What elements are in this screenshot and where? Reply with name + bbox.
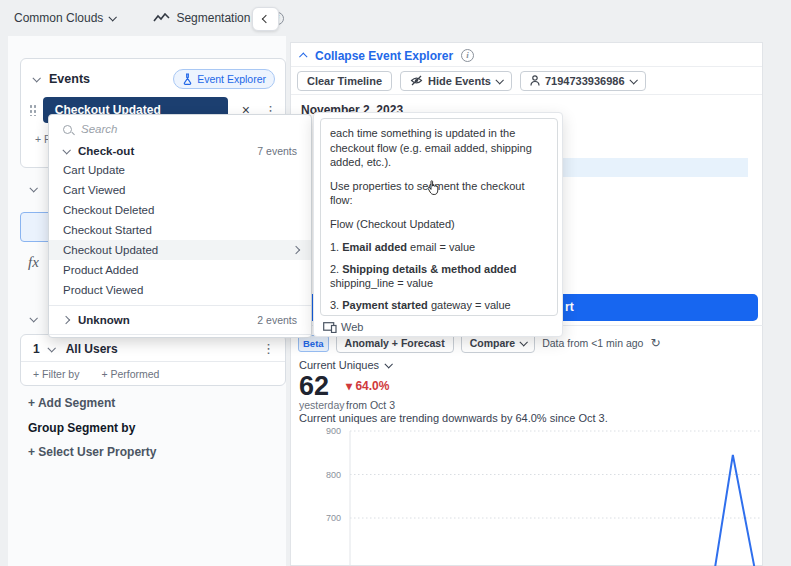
platform-label: Web xyxy=(341,321,363,333)
group-segment-by-label: Group Segment by xyxy=(28,421,135,435)
change-percent: 64.0% xyxy=(355,379,389,393)
dropdown-item[interactable]: Cart Update xyxy=(49,160,311,180)
trend-summary: Current uniques are trending downwards b… xyxy=(299,412,608,424)
user-icon xyxy=(530,75,540,86)
clear-timeline-button[interactable]: Clear Timeline xyxy=(297,71,392,91)
view-name: Segmentation xyxy=(176,11,250,25)
collapse-caret-icon xyxy=(299,52,307,60)
dropdown-item[interactable]: Product Added xyxy=(49,260,311,280)
group-count: 2 events xyxy=(257,314,297,326)
chevron-down-icon xyxy=(109,13,117,21)
event-description-text: each time something is updated in the ch… xyxy=(320,118,558,316)
metric-value: 62 xyxy=(299,371,329,402)
top-toolbar: Common Clouds Segmentation i xyxy=(0,0,791,36)
divider xyxy=(49,334,311,335)
chevron-right-icon xyxy=(62,315,70,323)
search-input[interactable] xyxy=(81,123,281,135)
flask-icon xyxy=(182,73,193,85)
view-switcher[interactable]: Segmentation xyxy=(153,11,262,25)
add-segment-link[interactable]: + Add Segment xyxy=(28,396,115,410)
description-paragraph: Flow (Checkout Updated) xyxy=(330,217,548,232)
formula-fx-icon[interactable]: fx xyxy=(28,254,39,271)
group-label: Unknown xyxy=(78,314,130,326)
dropdown-item[interactable]: Product Viewed xyxy=(49,280,311,300)
event-explorer-button[interactable]: Event Explorer xyxy=(173,69,275,89)
chevron-right-icon xyxy=(292,246,300,254)
section-collapse-icon[interactable] xyxy=(29,184,37,192)
event-description-popover: each time something is updated in the ch… xyxy=(313,112,563,337)
cursor-pointer-icon xyxy=(427,180,440,196)
panel-collapse-button[interactable] xyxy=(252,7,279,31)
metric-name: Current Uniques xyxy=(299,359,379,371)
line-chart-icon xyxy=(153,13,170,24)
dropdown-item-selected[interactable]: Checkout Updated xyxy=(49,240,311,260)
select-user-property-link[interactable]: + Select User Property xyxy=(28,445,156,459)
page-gutter xyxy=(763,36,791,566)
hide-events-label: Hide Events xyxy=(428,75,491,87)
compare-label: Compare xyxy=(470,337,516,349)
data-freshness-label: Data from <1 min ago xyxy=(542,337,643,349)
item-label: Checkout Updated xyxy=(63,244,158,256)
chevron-left-icon xyxy=(261,15,269,23)
segment-performed-link[interactable]: + Performed xyxy=(101,368,159,380)
group-count: 7 events xyxy=(257,145,297,157)
event-explorer-label: Event Explorer xyxy=(197,73,266,85)
metric-period: yesterday xyxy=(299,399,345,411)
section-collapse-icon[interactable] xyxy=(29,314,37,322)
svg-text:900: 900 xyxy=(326,426,341,436)
events-section-title: Events xyxy=(49,72,90,86)
group-label: Check-out xyxy=(78,145,134,157)
dropdown-group-unknown[interactable]: Unknown 2 events xyxy=(49,310,311,329)
svg-text:700: 700 xyxy=(326,513,341,523)
segment-card: 1 All Users ⋮ + Filter by + Performed xyxy=(20,334,286,386)
platform-badge: Web xyxy=(323,321,363,333)
user-id-label: 7194733936986 xyxy=(545,75,625,87)
collapse-explorer-link[interactable]: Collapse Event Explorer xyxy=(315,49,453,63)
chevron-down-icon xyxy=(62,146,70,154)
description-paragraph: each time something is updated in the ch… xyxy=(330,126,548,170)
chevron-down-icon xyxy=(385,360,393,368)
divider xyxy=(49,305,311,306)
dropdown-item[interactable]: Cart Viewed xyxy=(49,180,311,200)
segment-filter-by-link[interactable]: + Filter by xyxy=(33,368,79,380)
primary-action-label: rt xyxy=(565,300,574,314)
dropdown-item[interactable]: Checkout Started xyxy=(49,220,311,240)
eye-off-icon xyxy=(410,75,423,86)
devices-icon xyxy=(323,322,338,333)
segment-index: 1 xyxy=(33,342,40,356)
segment-menu-button[interactable]: ⋮ xyxy=(262,341,275,356)
project-name: Common Clouds xyxy=(14,11,103,25)
down-arrow-icon: ▾ xyxy=(346,379,352,393)
chevron-down-icon xyxy=(520,338,528,346)
project-switcher[interactable]: Common Clouds xyxy=(14,11,115,25)
uniques-chart: 900800700 xyxy=(293,425,763,566)
flow-step: 1. Email added email = value xyxy=(330,240,548,255)
flow-step: 2. Shipping details & method added shipp… xyxy=(330,262,548,291)
segment-name[interactable]: All Users xyxy=(66,342,118,356)
search-icon xyxy=(63,125,72,134)
user-selector-button[interactable]: 7194733936986 xyxy=(520,71,646,91)
metric-change-badge: ▾ 64.0% xyxy=(346,379,389,393)
refresh-icon[interactable]: ↻ xyxy=(650,336,660,350)
chevron-down-icon xyxy=(629,76,637,84)
chevron-down-icon[interactable] xyxy=(47,344,55,352)
metric-compare-from: from Oct 3 xyxy=(346,399,395,411)
dropdown-item[interactable]: Checkout Deleted xyxy=(49,200,311,220)
info-icon[interactable]: i xyxy=(461,49,474,62)
metric-selector[interactable]: Current Uniques xyxy=(299,359,391,371)
svg-text:800: 800 xyxy=(326,470,341,480)
flow-step: 3. Payment started gateway = value xyxy=(330,298,548,313)
chevron-down-icon xyxy=(495,76,503,84)
drag-handle-icon[interactable] xyxy=(29,104,37,116)
dropdown-group-checkout[interactable]: Check-out 7 events xyxy=(49,141,311,160)
hide-events-button[interactable]: Hide Events xyxy=(400,71,512,91)
event-select-dropdown: Check-out 7 events Cart Update Cart View… xyxy=(48,114,312,338)
section-collapse-icon[interactable] xyxy=(32,74,40,82)
